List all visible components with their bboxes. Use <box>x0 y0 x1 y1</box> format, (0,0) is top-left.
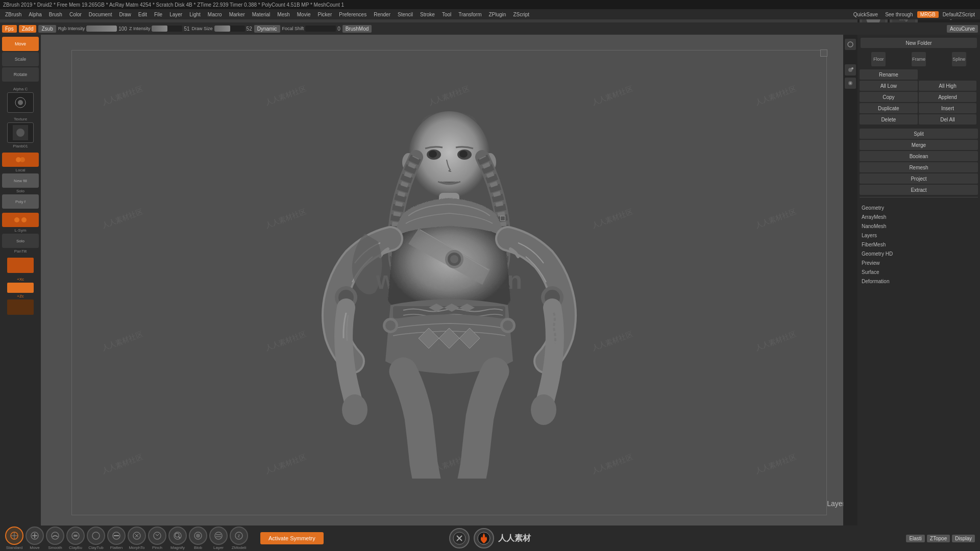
all-high-button[interactable]: All High <box>919 81 977 91</box>
fire-logo[interactable] <box>474 528 494 548</box>
section-geometryhd[interactable]: Geometry HD <box>860 249 978 258</box>
del-all-button[interactable]: Del All <box>919 114 977 124</box>
brush-item-flatten[interactable]: Flatten <box>107 527 126 550</box>
new-fill-btn[interactable]: New fill <box>2 173 39 188</box>
frame-button[interactable]: Frame <box>912 52 926 66</box>
menu-item-preferences[interactable]: Preferences <box>336 11 370 18</box>
small-swatch[interactable] <box>7 283 34 293</box>
remesh-button[interactable]: Remesh <box>860 162 978 172</box>
copy-button[interactable]: Copy <box>860 92 918 102</box>
menu-item-mesh[interactable]: Mesh <box>274 11 292 18</box>
rotate-button[interactable]: Rotate <box>2 67 39 82</box>
all-low-button[interactable]: All Low <box>860 81 918 91</box>
move-button[interactable]: Move <box>2 37 39 51</box>
right-icon-2[interactable] <box>845 64 856 76</box>
focal-shift-slider[interactable]: Focal Shift 0 <box>282 26 340 32</box>
menu-item-zplugin[interactable]: ZPlugin <box>485 11 509 18</box>
spline-button[interactable]: Spline <box>952 52 966 66</box>
section-layers[interactable]: Layers <box>860 231 978 240</box>
menu-item-file[interactable]: File <box>151 11 165 18</box>
dynamic-button[interactable]: Dynamic <box>254 25 280 33</box>
floor-button[interactable]: Floor <box>871 52 886 66</box>
lsym-button[interactable] <box>2 213 39 227</box>
boolean-button[interactable]: Boolean <box>860 151 978 161</box>
applend-button[interactable]: Applend <box>919 92 977 102</box>
menu-item-light[interactable]: Light <box>186 11 204 18</box>
menu-item-material[interactable]: Material <box>249 11 274 18</box>
brush-item-magnify[interactable]: Magnify <box>168 527 187 550</box>
split-button[interactable]: Split <box>860 129 978 139</box>
rgb-intensity-slider[interactable]: Rgb Intensity 100 <box>58 26 127 32</box>
fps-button[interactable]: Fps <box>2 25 17 33</box>
draw-size-slider[interactable]: Draw Size 52 <box>192 26 252 32</box>
zadd-button[interactable]: Zadd <box>19 25 37 33</box>
section-deformation[interactable]: Deformation <box>860 277 978 286</box>
project-button[interactable]: Project <box>860 173 978 184</box>
extract-button[interactable]: Extract <box>860 185 978 195</box>
menu-item-color[interactable]: Color <box>66 11 85 18</box>
menu-item-edit[interactable]: Edit <box>135 11 150 18</box>
logo-circle[interactable] <box>449 528 470 548</box>
display-button[interactable]: Display <box>952 535 975 542</box>
right-panel-content[interactable]: New Folder Floor Frame Spline Rename All… <box>857 35 980 551</box>
menu-item-movie[interactable]: Movie <box>294 11 314 18</box>
menu-item-seethrough[interactable]: See through <box>882 11 916 18</box>
brush-item-standard[interactable]: Standard <box>5 527 23 550</box>
menu-item-mrgb[interactable]: MRGB <box>917 11 939 18</box>
brush-item-pinch[interactable]: Pinch <box>148 527 166 550</box>
menu-item-zscript[interactable]: ZScript <box>510 11 532 18</box>
brushmod-button[interactable]: BrushMod <box>342 25 372 33</box>
ztopoe-button[interactable]: ZTopoe <box>927 535 950 542</box>
menu-item-document[interactable]: Document <box>86 11 115 18</box>
brown-swatch[interactable] <box>7 299 34 315</box>
section-nanomesh[interactable]: NanoMesh <box>860 221 978 231</box>
color-swatch-main[interactable] <box>7 258 34 273</box>
insert-button[interactable]: Insert <box>919 103 977 113</box>
brush-item-blob[interactable]: Blob <box>189 527 207 550</box>
right-icon-1[interactable] <box>845 39 856 50</box>
brush-item-claybu[interactable]: ClayBu <box>66 527 85 550</box>
texture-icon[interactable] <box>7 122 34 143</box>
menu-item-tool[interactable]: Tool <box>439 11 454 18</box>
local-button[interactable] <box>2 153 39 167</box>
delete-button[interactable]: Delete <box>860 114 918 124</box>
menu-item-render[interactable]: Render <box>371 11 394 18</box>
menu-item-alpha[interactable]: Alpha <box>26 11 45 18</box>
elasti-button[interactable]: Elasti <box>906 535 924 542</box>
menu-item-macro[interactable]: Macro <box>205 11 225 18</box>
rename-button[interactable]: Rename <box>860 69 918 80</box>
section-arraymesh[interactable]: ArrayMesh <box>860 212 978 221</box>
accucurve-button[interactable]: AccuCurve <box>947 25 978 33</box>
menu-item-quicksave[interactable]: QuickSave <box>850 11 881 18</box>
z-intensity-slider[interactable]: Z Intensity 51 <box>129 26 190 32</box>
menu-item-marker[interactable]: Marker <box>226 11 248 18</box>
menu-item-layer[interactable]: Layer <box>166 11 185 18</box>
brush-item-claytub[interactable]: ClayTub <box>87 527 105 550</box>
symmetry-button[interactable]: Activate Symmetry <box>260 532 324 544</box>
brush-item-layer[interactable]: Layer <box>209 527 228 550</box>
menu-item-defaultzscript[interactable]: DefaultZScript <box>940 11 978 18</box>
right-icon-3[interactable] <box>845 78 856 89</box>
duplicate-button[interactable]: Duplicate <box>860 103 918 113</box>
menu-item-stroke[interactable]: Stroke <box>417 11 438 18</box>
menu-item-picker[interactable]: Picker <box>314 11 335 18</box>
scale-button[interactable]: Scale <box>2 52 39 66</box>
menu-item-draw[interactable]: Draw <box>116 11 134 18</box>
menu-item-brush[interactable]: Brush <box>46 11 65 18</box>
alpha-icon[interactable] <box>7 92 34 113</box>
section-surface[interactable]: Surface <box>860 267 978 277</box>
section-fibermesh[interactable]: FiberMesh <box>860 240 978 249</box>
poly-f-btn[interactable]: Poly f <box>2 194 39 209</box>
brush-item-move[interactable]: Move <box>26 527 44 550</box>
menu-item-transform[interactable]: Transform <box>455 11 484 18</box>
zsub-button[interactable]: Zsub <box>38 25 56 33</box>
merge-button[interactable]: Merge <box>860 140 978 150</box>
brush-item-smooth[interactable]: Smooth <box>46 527 64 550</box>
section-preview[interactable]: Preview <box>860 258 978 267</box>
brush-item-zmodeli[interactable]: Z ZModeli <box>230 527 248 550</box>
menu-item-zbrush[interactable]: ZBrush <box>2 11 24 18</box>
solo-btn2[interactable]: Solo <box>2 234 39 248</box>
new-folder-button[interactable]: New Folder <box>861 38 977 48</box>
section-geometry[interactable]: Geometry <box>860 203 978 212</box>
brush-item-morphto[interactable]: MorphTo <box>128 527 146 550</box>
